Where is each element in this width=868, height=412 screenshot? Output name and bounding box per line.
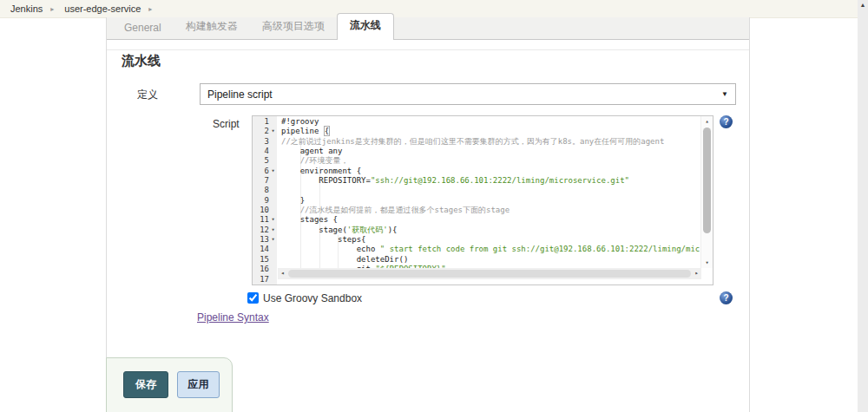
breadcrumb-job[interactable]: user-edge-service [64, 3, 141, 14]
gutter-line: 12▾ [253, 226, 277, 235]
editor-gutter: 12▾3456▾7891011▾12▾13▾1415161718 [253, 116, 277, 284]
fold-toggle-icon[interactable]: ▾ [269, 215, 277, 225]
help-icon[interactable]: ? [720, 291, 733, 304]
scroll-right-icon[interactable]: ▸ [692, 268, 701, 279]
tab-general[interactable]: General [112, 17, 174, 39]
page-title: 流水线 [122, 53, 161, 69]
tab-bar: General构建触发器高级项目选项流水线 [107, 17, 749, 40]
code-line: //之前说过jenkins是支持集群的，但是咱们这里不需要集群的方式，因为有了k… [281, 137, 701, 147]
editor-vertical-scrollbar[interactable]: ▴ ▾ [700, 116, 713, 268]
code-line: #!groovy [281, 117, 701, 127]
scroll-left-icon[interactable]: ◂ [278, 268, 287, 279]
page-scrollbar[interactable]: ▲ [858, 0, 868, 412]
gutter-line: 7 [253, 176, 277, 186]
scroll-down-icon[interactable]: ▾ [701, 258, 713, 268]
gutter-line: 10 [253, 206, 277, 215]
code-line: REPOSITORY="ssh://git@192.168.66.101:222… [281, 176, 701, 186]
code-line: echo " start fetch code from git ssh://g… [281, 245, 701, 254]
fold-toggle-icon[interactable]: ▾ [269, 127, 277, 136]
use-groovy-sandbox-label: Use Groovy Sandbox [263, 292, 362, 304]
gutter-line: 11▾ [253, 215, 277, 225]
help-icon[interactable]: ? [720, 115, 733, 128]
script-label: Script [213, 118, 240, 130]
gutter-line: 6▾ [253, 167, 277, 176]
use-groovy-sandbox-checkbox[interactable] [247, 292, 259, 304]
code-line: //流水线是如何提前，都是通过很多个stages下面的stage [281, 206, 701, 215]
vertical-scroll-thumb[interactable] [703, 128, 711, 233]
editor-horizontal-scrollbar[interactable]: ◂ ▸ [278, 268, 701, 279]
code-line: stages { [281, 215, 701, 225]
save-button[interactable]: 保存 [123, 371, 168, 398]
fold-toggle-icon[interactable]: ▾ [269, 235, 277, 245]
tab-build-triggers[interactable]: 构建触发器 [174, 15, 250, 39]
breadcrumb: Jenkins▸user-edge-service▸ [0, 0, 858, 18]
scroll-up-icon[interactable]: ▲ [858, 1, 868, 10]
definition-label: 定义 [137, 88, 158, 102]
gutter-line: 5 [253, 156, 277, 166]
gutter-line: 16 [253, 265, 277, 274]
gutter-line: 18 [253, 284, 277, 285]
code-line: environment { [281, 167, 701, 176]
code-line [281, 186, 701, 195]
breadcrumb-jenkins[interactable]: Jenkins [10, 3, 43, 14]
code-line: deleteDir() [281, 255, 701, 265]
code-line: pipeline { [281, 127, 701, 136]
pipeline-syntax-link[interactable]: Pipeline Syntax [197, 311, 269, 324]
jenkins-config-page: Jenkins▸user-edge-service▸ ▲ General构建触发… [0, 0, 868, 412]
gutter-line: 17 [253, 275, 277, 284]
editor-code[interactable]: #!groovypipeline {//之前说过jenkins是支持集群的，但是… [277, 116, 701, 284]
code-line: stage('获取代码'){ [281, 226, 701, 235]
gutter-line: 1 [253, 117, 277, 127]
section-divider [107, 49, 749, 50]
fold-toggle-icon[interactable]: ▾ [269, 226, 277, 235]
panel-right-border [749, 17, 750, 412]
apply-button[interactable]: 应用 [177, 371, 220, 398]
gutter-line: 13▾ [253, 235, 277, 245]
gutter-line: 15 [253, 255, 277, 265]
gutter-line: 2▾ [253, 127, 277, 136]
scroll-up-icon[interactable]: ▴ [701, 117, 713, 127]
gutter-line: 4 [253, 147, 277, 156]
definition-select-value: Pipeline script [207, 88, 273, 101]
tab-advanced-project-options[interactable]: 高级项目选项 [250, 15, 337, 39]
code-line: //环境变量， [281, 156, 701, 166]
code-line: agent any [281, 147, 701, 156]
panel-left-border [106, 17, 107, 412]
fold-toggle-icon[interactable]: ▾ [269, 167, 277, 176]
breadcrumb-separator-icon: ▸ [50, 5, 54, 13]
gutter-line: 3 [253, 137, 277, 147]
gutter-line: 14 [253, 245, 277, 254]
gutter-line: 9 [253, 196, 277, 206]
horizontal-scroll-thumb[interactable] [288, 270, 691, 278]
gutter-line: 8 [253, 186, 277, 195]
breadcrumb-separator-icon: ▸ [148, 5, 152, 13]
pipeline-script-editor[interactable]: 12▾3456▾7891011▾12▾13▾1415161718 #!groov… [252, 115, 713, 285]
code-line: } [281, 196, 701, 206]
definition-select[interactable]: Pipeline script ▼ [200, 83, 736, 105]
tab-pipeline[interactable]: 流水线 [337, 13, 394, 40]
chevron-down-icon: ▼ [721, 90, 728, 98]
code-line: steps{ [281, 235, 701, 245]
